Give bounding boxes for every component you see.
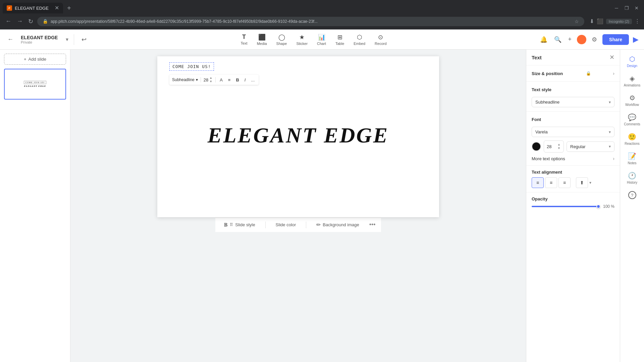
address-bar[interactable]: 🔒 app.pitch.com/app/presentation/58f67c2… bbox=[37, 17, 584, 26]
panel-font-size-up-button[interactable]: ▲ bbox=[557, 143, 561, 146]
comments-icon: 💬 bbox=[628, 113, 636, 121]
table-tool-icon: ⊞ bbox=[337, 34, 342, 41]
user-avatar[interactable] bbox=[577, 35, 586, 44]
share-button[interactable]: Share bbox=[602, 34, 629, 45]
comments-panel-button[interactable]: 💬 Comments bbox=[622, 111, 642, 129]
tab-favicon: P bbox=[7, 5, 12, 11]
tool-sticker[interactable]: ★ Sticker bbox=[292, 32, 312, 47]
reactions-panel-button[interactable]: 🙂 Reactions bbox=[623, 130, 641, 148]
tool-text[interactable]: T Text bbox=[236, 32, 251, 47]
sidebar-icon[interactable]: ⬛ bbox=[597, 18, 603, 24]
tool-chart[interactable]: 📊 Chart bbox=[313, 32, 330, 47]
opacity-label: Opacity bbox=[532, 196, 614, 201]
lock-icon: 🔒 bbox=[43, 19, 48, 24]
font-size-field[interactable]: 28 ▲ ▼ bbox=[544, 140, 564, 153]
more-text-options-row[interactable]: More text options › bbox=[532, 156, 614, 161]
opacity-slider[interactable] bbox=[532, 206, 600, 207]
font-select[interactable]: Varela ▾ bbox=[532, 127, 614, 137]
font-color-picker[interactable] bbox=[532, 142, 541, 151]
bookmark-star-icon[interactable]: ☆ bbox=[575, 19, 579, 24]
slide-thumbnail-1[interactable]: COME JOIN US! ELEGANT EDGE bbox=[4, 69, 66, 100]
font-label: Font bbox=[532, 117, 541, 122]
help-button[interactable]: ? bbox=[626, 188, 638, 202]
text-style-row: Subheadline ▾ bbox=[532, 97, 614, 107]
font-details-row: 28 ▲ ▼ Regular ▾ bbox=[532, 140, 614, 153]
tool-embed[interactable]: ⬡ Embed bbox=[350, 32, 369, 47]
slide-text-element-subtext[interactable]: COME JOIN US! bbox=[169, 62, 214, 71]
weight-dropdown-icon: ▾ bbox=[609, 144, 611, 149]
align-right-button[interactable]: ≡ bbox=[558, 177, 571, 188]
size-position-section: Size & position 🔒 › bbox=[526, 65, 620, 82]
project-info: ELEGANT EDGE Private bbox=[21, 35, 58, 44]
background-image-button[interactable]: ✏ Background image bbox=[313, 220, 362, 230]
sticker-tool-icon: ★ bbox=[299, 34, 305, 41]
font-size-down-button[interactable]: ▼ bbox=[209, 80, 213, 83]
tool-shape[interactable]: ◯ Shape bbox=[272, 32, 291, 47]
tool-media[interactable]: ⬛ Media bbox=[253, 32, 271, 47]
header-divider bbox=[74, 34, 74, 45]
workflow-panel-button[interactable]: ⚙ Workflow bbox=[623, 91, 641, 109]
reload-button[interactable]: ↻ bbox=[27, 16, 35, 26]
slide-main-text[interactable]: ELEGANT EDGE bbox=[208, 123, 389, 148]
lock-icon: 🔒 bbox=[586, 71, 591, 76]
more-text-options-label: More text options bbox=[532, 156, 565, 161]
more-options-button[interactable]: ••• bbox=[369, 221, 376, 228]
design-icon: ⬡ bbox=[629, 55, 635, 63]
horizontal-alignment-buttons: ≡ ≡ ≡ bbox=[532, 177, 571, 188]
project-dropdown-button[interactable]: ▾ bbox=[66, 36, 68, 43]
project-type: Private bbox=[21, 40, 58, 44]
tool-table[interactable]: ⊞ Table bbox=[331, 32, 348, 47]
more-format-button[interactable]: ... bbox=[250, 77, 256, 83]
window-close-button[interactable]: ✕ bbox=[632, 3, 641, 13]
italic-button[interactable]: I bbox=[243, 77, 247, 83]
panel-font-size-down-button[interactable]: ▼ bbox=[557, 146, 561, 150]
thumb-subtext: COME JOIN US! bbox=[24, 81, 46, 84]
browser-tab-active[interactable]: P ELEGANT EDGE ✕ bbox=[3, 3, 63, 13]
font-weight-select[interactable]: Regular ▾ bbox=[567, 141, 614, 152]
align-left-button[interactable]: ≡ bbox=[532, 177, 544, 188]
notifications-icon[interactable]: 🔔 bbox=[539, 35, 549, 45]
panel-close-button[interactable]: ✕ bbox=[609, 54, 614, 61]
history-panel-button[interactable]: 🕐 History bbox=[625, 169, 639, 187]
align-center-button[interactable]: ≡ bbox=[545, 177, 557, 188]
font-size-up-button[interactable]: ▲ bbox=[209, 76, 213, 80]
slide-style-button[interactable]: 𝐁 ⠿ Slide style bbox=[221, 220, 258, 230]
bold-button[interactable]: B bbox=[234, 77, 240, 83]
window-minimize-button[interactable]: ─ bbox=[612, 3, 621, 13]
new-tab-button[interactable]: + bbox=[64, 4, 74, 12]
vertical-align-dropdown-icon[interactable]: ▾ bbox=[589, 180, 591, 185]
animations-panel-button[interactable]: ◈ Animations bbox=[622, 72, 642, 90]
notes-panel-button[interactable]: 📝 Notes bbox=[626, 149, 638, 168]
add-slide-button[interactable]: + Slide style Add slide bbox=[4, 54, 66, 65]
present-button[interactable]: ▶ bbox=[633, 35, 639, 44]
settings-icon[interactable]: ⚙ bbox=[590, 35, 598, 45]
tab-title: ELEGANT EDGE bbox=[15, 6, 49, 11]
font-size-control[interactable]: 28 ▲ ▼ bbox=[204, 76, 213, 83]
tab-close-button[interactable]: ✕ bbox=[55, 5, 59, 11]
text-style-dropdown[interactable]: Subheadline ▾ bbox=[172, 77, 198, 82]
slide-preview-1: COME JOIN US! ELEGANT EDGE bbox=[6, 71, 64, 98]
undo-button[interactable]: ↩ bbox=[79, 34, 89, 45]
slide-canvas[interactable]: COME JOIN US! Subheadline ▾ 28 ▲ bbox=[157, 56, 439, 217]
align-top-button[interactable]: ⬆ bbox=[576, 177, 588, 188]
text-style-value: Subheadline bbox=[535, 100, 559, 105]
opacity-section: Opacity 100 % bbox=[526, 192, 620, 213]
back-button[interactable]: ← bbox=[4, 16, 13, 26]
download-icon[interactable]: ⬇ bbox=[590, 18, 594, 24]
search-icon[interactable]: 🔍 bbox=[553, 35, 563, 45]
size-position-arrow-icon: › bbox=[613, 71, 614, 76]
add-icon[interactable]: + bbox=[567, 35, 573, 44]
design-panel-button[interactable]: ⬡ Design bbox=[625, 52, 639, 70]
formatting-bar: Subheadline ▾ 28 ▲ ▼ A bbox=[169, 75, 259, 85]
window-maximize-button[interactable]: ❐ bbox=[622, 3, 631, 13]
font-color-button[interactable]: A bbox=[218, 77, 224, 83]
extensions-icon[interactable]: ⋮ bbox=[635, 18, 640, 24]
forward-button[interactable]: → bbox=[15, 16, 24, 26]
text-style-select[interactable]: Subheadline ▾ bbox=[532, 97, 614, 107]
align-text-button[interactable]: ≡ bbox=[227, 77, 232, 83]
sidebar-toggle-button[interactable]: ← bbox=[5, 34, 15, 45]
slide-color-button[interactable]: Slide color bbox=[272, 220, 300, 229]
tool-record[interactable]: ⊙ Record bbox=[371, 32, 390, 47]
format-divider-1 bbox=[201, 77, 201, 82]
size-position-header[interactable]: Size & position 🔒 › bbox=[532, 69, 614, 77]
